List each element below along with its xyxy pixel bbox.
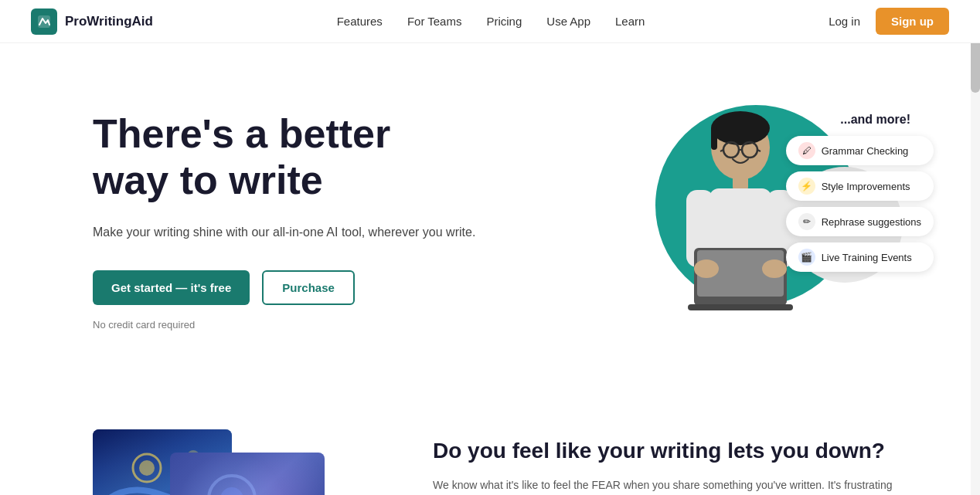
feature-pill-rephrase: ✏ Rephrase suggestions	[786, 207, 934, 236]
painting-card-blue	[170, 453, 325, 495]
lower-section: My idea in my head Do you feel like your…	[0, 398, 980, 495]
page-scrollbar[interactable]	[971, 0, 980, 495]
svg-rect-9	[733, 176, 748, 190]
hero-left: There's a better way to write Make your …	[93, 111, 475, 330]
nav-link-learn[interactable]: Learn	[615, 15, 645, 28]
svg-point-19	[139, 460, 155, 476]
style-icon: ⚡	[798, 178, 815, 195]
hero-title: There's a better way to write	[93, 111, 475, 204]
lower-left-illustration: My idea in my head	[93, 429, 371, 495]
purchase-button[interactable]: Purchase	[262, 270, 355, 305]
logo-icon	[31, 8, 57, 35]
svg-rect-3	[711, 127, 717, 150]
nav-actions: Log in Sign up	[829, 8, 949, 35]
hero-right: ...and more! 🖊 Grammar Checking ⚡ Style …	[594, 90, 918, 352]
nav-link-pricing[interactable]: Pricing	[486, 15, 522, 28]
hero-buttons: Get started — it's free Purchase	[93, 270, 475, 305]
lower-right-text: Do you feel like your writing lets you d…	[433, 429, 918, 495]
logo-text: ProWritingAid	[65, 14, 153, 29]
feature-pill-training: 🎬 Live Training Events	[786, 242, 934, 272]
hero-illustration: ...and more! 🖊 Grammar Checking ⚡ Style …	[594, 90, 918, 352]
nav-link-for-teams[interactable]: For Teams	[407, 15, 462, 28]
login-button[interactable]: Log in	[829, 15, 860, 28]
grammar-icon: 🖊	[798, 142, 815, 159]
svg-point-2	[711, 111, 770, 145]
svg-rect-15	[688, 304, 793, 310]
feature-pill-grammar: 🖊 Grammar Checking	[786, 136, 934, 165]
lower-body: We know what it's like to feel the FEAR …	[433, 476, 918, 495]
navbar: ProWritingAid Features For Teams Pricing…	[0, 0, 980, 43]
hero-note: No credit card required	[93, 319, 475, 331]
nav-link-use-app[interactable]: Use App	[546, 15, 590, 28]
training-icon: 🎬	[798, 249, 815, 266]
signup-button[interactable]: Sign up	[876, 8, 949, 35]
hero-section: There's a better way to write Make your …	[0, 43, 980, 398]
hero-subtitle: Make your writing shine with our all-in-…	[93, 222, 475, 242]
svg-point-16	[694, 259, 719, 278]
get-started-button[interactable]: Get started — it's free	[93, 270, 250, 305]
feature-pill-style: ⚡ Style Improvements	[786, 171, 934, 201]
rephrase-icon: ✏	[798, 213, 815, 230]
svg-point-17	[762, 259, 787, 278]
nav-links: Features For Teams Pricing Use App Learn	[337, 15, 645, 28]
and-more-label: ...and more!	[840, 113, 910, 127]
lower-title: Do you feel like your writing lets you d…	[433, 437, 918, 464]
nav-link-features[interactable]: Features	[337, 15, 383, 28]
svg-point-24	[220, 487, 243, 495]
logo[interactable]: ProWritingAid	[31, 8, 153, 35]
feature-pills: 🖊 Grammar Checking ⚡ Style Improvements …	[786, 136, 934, 272]
